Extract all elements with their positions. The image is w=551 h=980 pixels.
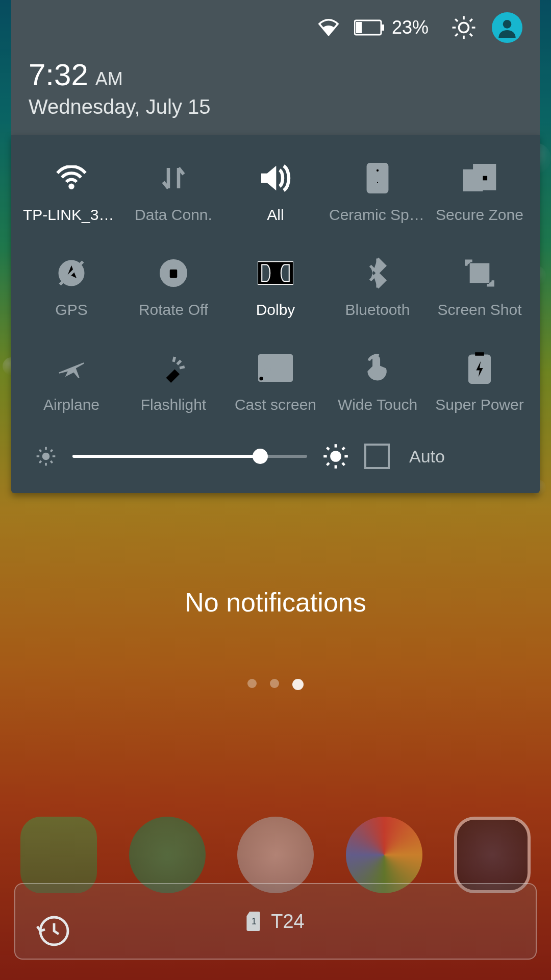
brightness-high-icon — [322, 443, 349, 470]
qs-tile-dolby[interactable]: Dolby — [224, 255, 327, 318]
qs-tile-label: TP-LINK_35D.. — [23, 206, 120, 224]
battery-icon — [354, 19, 385, 36]
qs-tile-superpower[interactable]: Super Power — [429, 350, 531, 413]
svg-rect-12 — [482, 175, 488, 182]
auto-brightness-checkbox[interactable] — [364, 444, 390, 469]
dock-app-icon[interactable] — [237, 817, 314, 893]
svg-text:1: 1 — [252, 916, 257, 926]
cast-icon — [258, 350, 293, 386]
qs-tile-bluetooth[interactable]: Bluetooth — [327, 255, 429, 318]
time-text: 7:32 — [29, 57, 88, 92]
settings-gear-icon[interactable] — [450, 14, 478, 41]
qs-tile-label: Wide Touch — [338, 396, 417, 413]
svg-rect-16 — [170, 270, 178, 278]
qs-tile-label: All — [267, 206, 284, 224]
carrier-label: T24 — [271, 911, 304, 933]
svg-line-43 — [342, 448, 344, 450]
svg-line-21 — [173, 357, 174, 362]
qs-tile-rotate[interactable]: Rotate Off — [122, 255, 224, 318]
svg-point-3 — [459, 23, 469, 33]
time-ampm: AM — [95, 68, 123, 90]
svg-line-31 — [39, 450, 41, 452]
qs-tile-label: Super Power — [435, 396, 523, 413]
qs-tile-label: Dolby — [256, 301, 295, 318]
qs-tile-label: Cast screen — [235, 396, 316, 413]
flashlight-icon — [156, 350, 191, 386]
superpower-icon — [462, 350, 497, 386]
qs-tile-airplane[interactable]: Airplane — [20, 350, 122, 413]
svg-line-20 — [180, 367, 185, 368]
page-dot — [270, 679, 279, 688]
svg-line-40 — [327, 448, 329, 450]
qs-tile-label: Airplane — [43, 396, 99, 413]
qs-tile-label: Bluetooth — [345, 301, 410, 318]
qs-tile-label: Screen Shot — [437, 301, 521, 318]
svg-line-19 — [177, 361, 181, 364]
secure-icon — [462, 160, 497, 196]
date-text: Wednesday, July 15 — [29, 95, 522, 118]
no-notifications-text: No notifications — [0, 587, 551, 618]
speaker-icon — [360, 160, 395, 196]
qs-tile-flashlight[interactable]: Flashlight — [122, 350, 224, 413]
quick-settings-panel: TP-LINK_35D..Data Conn.AllCeramic Spe..S… — [11, 135, 540, 493]
svg-line-33 — [39, 461, 41, 463]
qs-header: 23% 7:32 AM Wednesday, July 15 — [11, 0, 540, 135]
page-dot — [247, 679, 257, 688]
qs-tile-speaker[interactable]: Ceramic Spe.. — [327, 160, 429, 224]
svg-point-7 — [375, 168, 380, 173]
page-indicator[interactable] — [0, 679, 551, 690]
auto-brightness-label: Auto — [409, 447, 445, 467]
svg-point-23 — [259, 377, 263, 380]
restore-icon — [36, 913, 72, 949]
svg-line-41 — [342, 463, 344, 465]
qs-tile-label: Secure Zone — [436, 206, 523, 224]
svg-point-9 — [376, 181, 379, 184]
dock-app-icon[interactable] — [129, 817, 206, 893]
qs-tile-sound[interactable]: All — [224, 160, 327, 224]
widetouch-icon — [360, 350, 395, 386]
brightness-low-icon — [35, 445, 57, 468]
bottom-notification-bar[interactable]: 1 T24 — [14, 883, 537, 960]
qs-tile-screenshot[interactable]: Screen Shot — [429, 255, 531, 318]
battery-percent: 23% — [392, 17, 429, 38]
screenshot-icon — [462, 255, 497, 291]
svg-rect-25 — [475, 352, 484, 356]
svg-line-34 — [51, 450, 53, 452]
qs-tile-data[interactable]: Data Conn. — [122, 160, 224, 224]
qs-tile-label: Rotate Off — [139, 301, 208, 318]
qs-tile-label: Flashlight — [141, 396, 206, 413]
data-icon — [156, 160, 191, 196]
sim-icon: 1 — [246, 912, 262, 931]
dock-app-icon[interactable] — [346, 817, 422, 893]
dock — [20, 817, 531, 893]
sound-icon — [258, 160, 293, 196]
svg-line-32 — [51, 461, 53, 463]
clock-area[interactable]: 7:32 AM Wednesday, July 15 — [29, 57, 522, 118]
svg-rect-18 — [471, 264, 488, 281]
brightness-slider[interactable] — [72, 455, 307, 458]
qs-tile-cast[interactable]: Cast screen — [224, 350, 327, 413]
bluetooth-icon — [360, 255, 395, 291]
qs-tile-label: Data Conn. — [135, 206, 212, 224]
dock-app-icon[interactable] — [454, 817, 531, 893]
gps-icon — [54, 255, 89, 291]
svg-point-4 — [503, 20, 512, 29]
qs-tile-gps[interactable]: GPS — [20, 255, 122, 318]
svg-point-26 — [42, 453, 50, 460]
qs-tile-widetouch[interactable]: Wide Touch — [327, 350, 429, 413]
dock-app-icon[interactable] — [20, 817, 97, 893]
dolby-icon — [258, 255, 293, 291]
page-dot — [292, 679, 304, 690]
svg-rect-22 — [259, 356, 291, 381]
wifi-status-icon — [317, 18, 340, 37]
qs-tile-label: Ceramic Spe.. — [329, 206, 426, 224]
svg-rect-2 — [382, 24, 384, 31]
rotate-icon — [156, 255, 191, 291]
airplane-icon — [54, 350, 89, 386]
user-avatar-icon[interactable] — [492, 12, 522, 43]
qs-tile-label: GPS — [55, 301, 87, 318]
svg-line-42 — [327, 463, 329, 465]
svg-rect-1 — [356, 22, 362, 33]
qs-tile-wifi[interactable]: TP-LINK_35D.. — [20, 160, 122, 224]
qs-tile-secure[interactable]: Secure Zone — [429, 160, 531, 224]
